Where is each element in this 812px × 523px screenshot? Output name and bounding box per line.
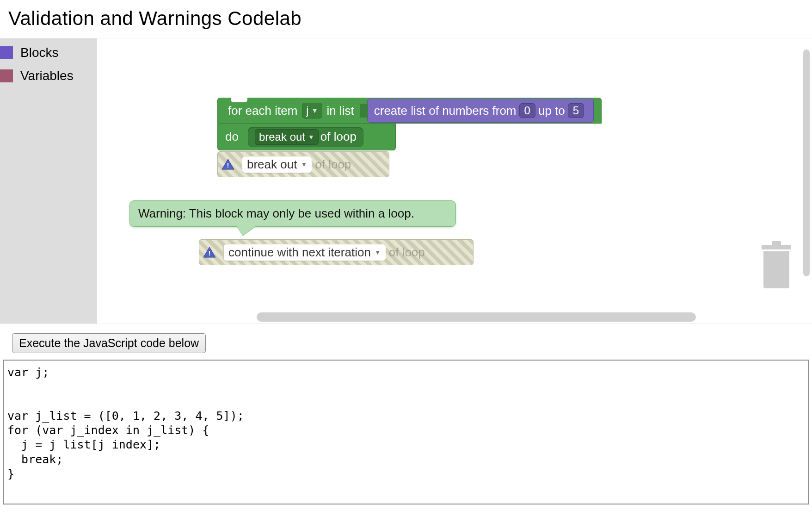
list-prefix: create list of numbers from [374, 104, 517, 118]
toolbox-swatch [0, 46, 13, 59]
break-dropdown-label: break out [259, 131, 305, 143]
tooltip-text: Warning: This block may only be used wit… [138, 206, 414, 220]
for-header[interactable]: for each item j ▼ in list create list of… [217, 98, 602, 124]
svg-text:!: ! [209, 249, 211, 257]
block-break-disabled-wrap: ! break out ▼ of loop [217, 151, 389, 177]
toolbox: Blocks Variables [0, 38, 97, 324]
continue-dropdown-disabled[interactable]: continue with next iteration ▼ [223, 244, 386, 261]
scrollbar-thumb[interactable] [803, 50, 810, 276]
execute-row: Execute the JavaScript code below [0, 324, 812, 360]
block-create-list[interactable]: create list of numbers from 0 up to 5 [367, 99, 594, 123]
continue-suffix: of loop [389, 245, 425, 260]
workspace[interactable]: for each item j ▼ in list create list of… [97, 38, 802, 324]
main-row: Blocks Variables for each item j ▼ in li… [0, 38, 812, 324]
for-prefix: for each item [228, 104, 297, 118]
warning-icon[interactable]: ! [203, 247, 216, 258]
break-dropdown[interactable]: break out ▼ [255, 129, 319, 145]
list-mid: up to [538, 104, 565, 118]
continue-dropdown-label: continue with next iteration [228, 245, 371, 260]
toolbox-item-variables[interactable]: Variables [0, 64, 97, 87]
scrollbar-thumb[interactable] [257, 312, 696, 322]
break-suffix: of loop [315, 157, 351, 172]
for-do-row[interactable]: do break out ▼ of loop [217, 124, 396, 150]
for-mid: in list [327, 104, 354, 118]
svg-text:!: ! [227, 161, 229, 169]
code-textarea[interactable] [3, 360, 809, 504]
warning-icon[interactable]: ! [221, 159, 234, 170]
block-break-inner[interactable]: break out ▼ of loop [248, 127, 363, 147]
block-for-each[interactable]: for each item j ▼ in list create list of… [217, 98, 602, 150]
toolbox-item-blocks[interactable]: Blocks [0, 41, 97, 64]
chevron-down-icon: ▼ [308, 133, 314, 141]
break-dropdown-label: break out [247, 157, 297, 172]
block-break-disabled[interactable]: ! break out ▼ of loop [217, 151, 389, 177]
toolbox-swatch [0, 69, 13, 82]
workspace-h-scrollbar[interactable] [97, 312, 802, 322]
code-area-wrap [0, 360, 812, 509]
list-to-field[interactable]: 5 [568, 103, 584, 118]
block-continue-disabled[interactable]: ! continue with next iteration ▼ of loop [199, 239, 474, 265]
page-title: Validation and Warnings Codelab [0, 0, 812, 38]
chevron-down-icon: ▼ [375, 249, 381, 256]
do-label: do [225, 130, 239, 144]
input-socket [360, 104, 368, 118]
break-dropdown-disabled[interactable]: break out ▼ [242, 156, 312, 173]
var-dropdown[interactable]: j ▼ [302, 103, 322, 118]
warning-tooltip: Warning: This block may only be used wit… [129, 200, 456, 227]
workspace-v-scrollbar[interactable] [802, 38, 812, 324]
chevron-down-icon: ▼ [312, 107, 318, 114]
block-continue-disabled-wrap: ! continue with next iteration ▼ of loop [199, 239, 474, 265]
toolbox-item-label: Blocks [20, 45, 58, 60]
toolbox-item-label: Variables [20, 68, 74, 83]
var-name: j [306, 104, 308, 117]
execute-button[interactable]: Execute the JavaScript code below [12, 333, 206, 353]
break-suffix: of loop [320, 130, 357, 144]
chevron-down-icon: ▼ [301, 161, 307, 168]
list-from-field[interactable]: 0 [519, 103, 535, 118]
trash-icon[interactable] [760, 245, 793, 291]
